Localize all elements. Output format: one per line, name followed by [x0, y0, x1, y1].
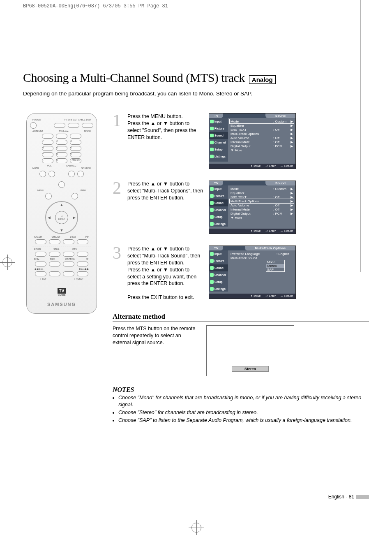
note-item: Choose "Mono" for channels that are broa… — [118, 394, 369, 408]
note-item: Choose "Stereo" for channels that are br… — [118, 409, 369, 416]
osd-sidebar-item: Channel — [209, 139, 228, 146]
osd-menu: TVMulti-Track Options InputPictureSoundC… — [209, 245, 296, 299]
osd-sidebar-item: Setup — [209, 213, 228, 220]
page-number: English - 81 — [328, 494, 369, 500]
alternate-text: Press the MTS button on the remote contr… — [113, 325, 200, 346]
note-item: Choose "SAP" to listen to the Separate A… — [118, 417, 369, 424]
notes-list: Choose "Mono" for channels that are broa… — [113, 394, 369, 424]
mute-button[interactable] — [39, 171, 46, 177]
stereo-display: Stereo — [206, 325, 294, 376]
analog-badge: Analog — [249, 75, 276, 84]
osd-sidebar-item: Input — [209, 118, 228, 125]
power-button[interactable] — [30, 122, 37, 129]
osd-sidebar-item: Input — [209, 185, 228, 192]
registration-mark — [191, 523, 201, 533]
osd-sidebar-item: Sound — [209, 199, 228, 206]
osd-sidebar-item: Picture — [209, 125, 228, 132]
page-title: Choosing a Multi-Channel Sound (MTS) tra… — [23, 71, 245, 85]
alternate-heading: Alternate method — [113, 313, 369, 322]
osd-sidebar-item: Listings — [209, 153, 228, 160]
nav-ring[interactable]: ▲ ▼ ◀ ▶ ⏎ENTER — [45, 201, 78, 234]
osd-sidebar-item: Sound — [209, 132, 228, 139]
osd-sidebar-item: Listings — [209, 285, 228, 292]
osd-sidebar-item: Listings — [209, 220, 228, 227]
osd-menu: TVSound InputPictureSoundChannelSetupLis… — [209, 113, 296, 169]
osd-sidebar-item: Setup — [209, 146, 228, 153]
step-text: Press the ▲ or ▼ button to select "Multi… — [127, 245, 204, 301]
notes-heading: NOTES — [113, 386, 369, 394]
menu-button[interactable] — [45, 193, 52, 199]
osd-sidebar-item: Sound — [209, 264, 228, 271]
print-header: BP68-00520A-00Eng(076~087) 6/3/05 3:55 P… — [0, 0, 392, 9]
stereo-label: Stereo — [232, 366, 269, 372]
enter-button[interactable]: ⏎ENTER — [55, 211, 68, 224]
osd-sidebar-item: Channel — [209, 206, 228, 213]
info-button[interactable] — [71, 193, 78, 199]
step-text: Press the MENU button.Press the ▲ or ▼ b… — [127, 113, 204, 141]
prech-button[interactable]: PRE-CH — [70, 158, 81, 163]
brand-logo: SAMSUNG — [30, 302, 93, 307]
tvguide-logo: TV — [58, 288, 66, 294]
osd-sidebar-item: Input — [209, 250, 228, 257]
step-number: 2 — [113, 181, 122, 196]
intro-text: Depending on the particular program bein… — [23, 90, 369, 97]
down-arrow-icon[interactable]: ▼ — [60, 228, 64, 232]
remote-control: POWERTV STB VCR CABLE DVD ANTENNATV Guid… — [26, 113, 97, 314]
osd-sidebar-item: Setup — [209, 278, 228, 285]
osd-menu: TVSound InputPictureSoundChannelSetupLis… — [209, 181, 296, 234]
source-button[interactable] — [77, 171, 84, 177]
up-arrow-icon[interactable]: ▲ — [60, 203, 64, 207]
osd-sidebar-item: Picture — [209, 257, 228, 264]
mts-submenu: MonoStereoSAP — [266, 260, 285, 272]
step-number: 1 — [113, 113, 122, 129]
osd-sidebar-item: Channel — [209, 271, 228, 278]
step-number: 3 — [113, 245, 122, 261]
left-arrow-icon[interactable]: ◀ — [48, 215, 51, 220]
step-text: Press the ▲ or ▼ button to select "Multi… — [127, 181, 204, 201]
osd-sidebar-item: Picture — [209, 192, 228, 199]
mts-button[interactable] — [63, 252, 74, 257]
right-arrow-icon[interactable]: ▶ — [73, 215, 76, 220]
